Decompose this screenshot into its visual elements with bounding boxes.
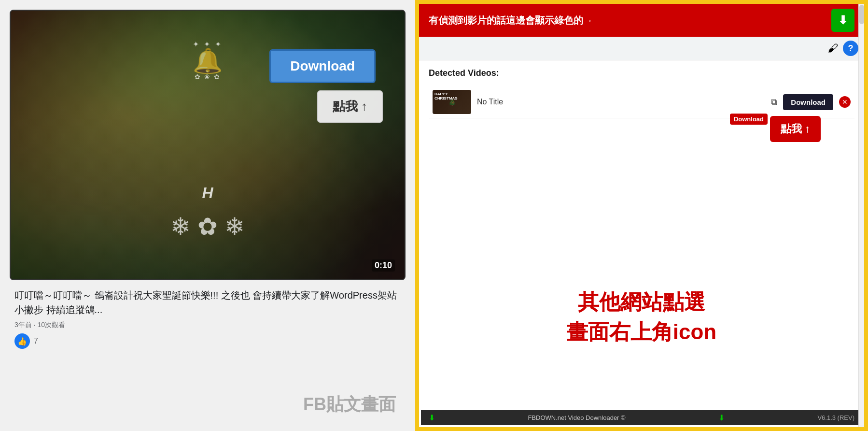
scrollbar-thumb[interactable]	[859, 5, 864, 24]
popup-download-button[interactable]: Download	[783, 94, 833, 110]
video-title: No Title	[477, 98, 765, 106]
video-letter: H	[202, 184, 213, 202]
browser-toolbar: 🖌 ?	[419, 37, 864, 60]
footer-download-left-icon: ⬇	[429, 413, 435, 422]
post-content: 叮叮噹～叮叮噹～ 鴿崙設計祝大家聖誕節快樂!!! 之後也 會持續帶大家了解Wor…	[10, 288, 406, 349]
other-sites-text: 其他網站點選畫面右上角icon	[567, 287, 716, 346]
other-sites-section: 其他網站點選畫面右上角icon	[419, 224, 864, 410]
post-meta: 3年前 · 10次觀看	[14, 321, 401, 330]
help-icon[interactable]: ?	[843, 41, 858, 56]
post-like-row: 👍 7	[14, 333, 401, 349]
detected-videos-title: Detected Videos:	[429, 68, 854, 78]
annotation-download-box: Download	[730, 114, 768, 125]
extension-corner-icon[interactable]: ⬇	[831, 9, 854, 32]
copy-icon[interactable]: ⧉	[771, 97, 777, 107]
footer-version: V6.1.3 (REV)	[817, 414, 854, 421]
fb-label: FB貼文畫面	[303, 393, 396, 417]
video-item-row: HAPPY CHRISTMAS 🎄 No Title ⧉ Download ✕	[429, 86, 854, 118]
extension-popup-content: Detected Videos: HAPPY CHRISTMAS 🎄 No Ti…	[419, 60, 864, 224]
like-count: 7	[34, 337, 38, 345]
video-timer: 0:10	[372, 259, 395, 272]
like-icon[interactable]: 👍	[14, 333, 30, 349]
footer-center-text: FBDOWN.net Video Downloader ©	[528, 414, 625, 421]
thumb-text: HAPPY CHRISTMAS	[434, 92, 471, 101]
annotation-banner-text: 有偵測到影片的話這邊會顯示綠色的→	[429, 14, 831, 27]
post-text: 叮叮噹～叮叮噹～ 鴿崙設計祝大家聖誕節快樂!!! 之後也 會持續帶大家了解Wor…	[14, 288, 401, 317]
delete-icon[interactable]: ✕	[839, 96, 851, 108]
toolbar-icons: 🖌 ?	[827, 41, 858, 56]
video-player[interactable]: ✦ ✦ ✦ 🔔 ✿ ❀ ✿ ❄ ✿ ❄ H 0:10 Download 點我 ↑	[10, 10, 406, 280]
footer-download-right-icon: ⬇	[718, 413, 725, 422]
video-click-me-label: 點我 ↑	[317, 90, 383, 123]
video-download-button[interactable]: Download	[269, 49, 376, 83]
browser-window: 有偵測到影片的話這邊會顯示綠色的→ ⬇ 🖌 ? Detected Videos:…	[419, 4, 864, 427]
annotation-download-label: Download	[734, 115, 764, 123]
footer-bar: ⬇ FBDOWN.net Video Downloader © ⬇ V6.1.3…	[421, 410, 862, 425]
paintbrush-icon[interactable]: 🖌	[827, 42, 838, 55]
floral-decoration: ❄ ✿ ❄	[170, 213, 245, 241]
right-panel: 有偵測到影片的話這邊會顯示綠色的→ ⬇ 🖌 ? Detected Videos:…	[415, 0, 868, 431]
download-arrow-icon: ⬇	[838, 14, 848, 27]
video-thumbnail: HAPPY CHRISTMAS 🎄	[433, 90, 471, 114]
left-panel: ✦ ✦ ✦ 🔔 ✿ ❀ ✿ ❄ ✿ ❄ H 0:10 Download 點我 ↑…	[0, 0, 415, 431]
annotation-banner: 有偵測到影片的話這邊會顯示綠色的→ ⬇	[419, 4, 864, 37]
annotation-click-me: 點我 ↑	[770, 116, 821, 142]
